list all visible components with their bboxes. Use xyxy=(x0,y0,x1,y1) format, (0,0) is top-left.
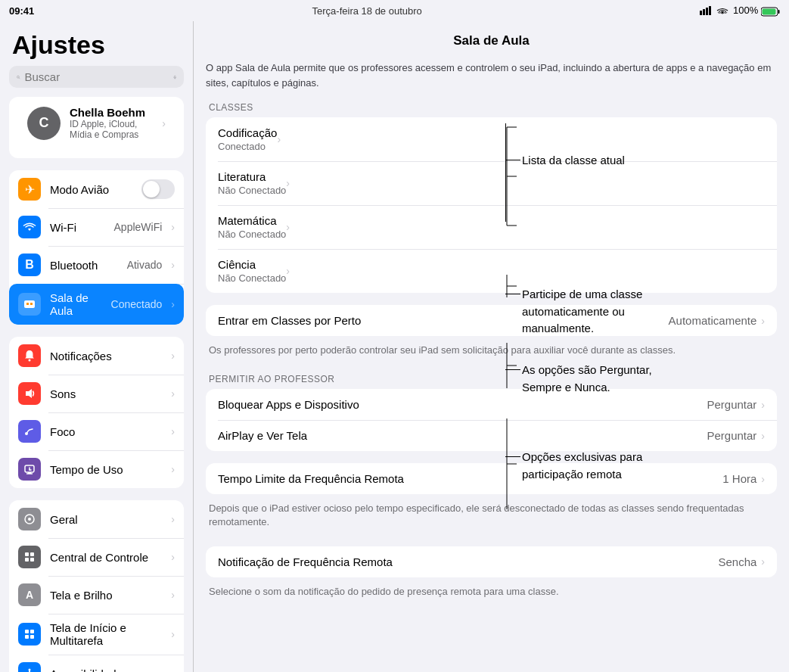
svg-rect-5 xyxy=(778,10,779,14)
classroom-value: Conectado xyxy=(111,298,163,310)
sidebar-item-label: Sons xyxy=(50,387,162,400)
chevron-icon: › xyxy=(761,430,765,442)
content-body: O app Sala de Aula permite que os profes… xyxy=(194,61,789,627)
sidebar-item-bluetooth[interactable]: B Bluetooth Ativado › xyxy=(9,246,184,284)
sidebar-item-label: Sala de Aula xyxy=(50,291,102,317)
class-status: Não Conectado xyxy=(218,185,286,196)
sidebar-item-label: Central de Controle xyxy=(50,551,162,564)
remote-time-note: Depois que o iPad estiver ocioso pelo te… xyxy=(206,497,777,534)
content-area: Sala de Aula O app Sala de Aula permite … xyxy=(193,21,789,672)
svg-rect-27 xyxy=(30,558,34,562)
chevron-icon: › xyxy=(277,133,281,145)
status-time: 09:41 xyxy=(9,5,34,17)
svg-rect-30 xyxy=(25,635,29,639)
svg-rect-6 xyxy=(762,8,775,14)
remote-time-label: Tempo Limite da Frequência Remota xyxy=(218,472,722,485)
general-icon xyxy=(18,508,41,530)
notification-value: Sencha xyxy=(718,555,756,568)
chevron-icon: › xyxy=(761,555,765,568)
notifications-icon xyxy=(18,344,41,367)
remote-notification-group: Notificação de Frequência Remota Sencha … xyxy=(206,546,777,577)
chevron-icon: › xyxy=(171,221,175,233)
battery-indicator: 100% xyxy=(733,5,780,16)
permit-row-airplay[interactable]: AirPlay e Ver Tela Perguntar › xyxy=(206,420,777,451)
chevron-icon: › xyxy=(286,221,290,233)
wifi-value: AppleWiFi xyxy=(114,221,163,233)
chevron-icon: › xyxy=(286,177,290,189)
sidebar-item-control-center[interactable]: Central de Controle › xyxy=(9,538,184,576)
remote-time-row[interactable]: Tempo Limite da Frequência Remota 1 Hora… xyxy=(206,463,777,494)
account-name: Chella Boehm xyxy=(70,106,153,119)
sidebar-item-airplane[interactable]: ✈ Modo Avião xyxy=(9,170,184,208)
chevron-icon: › xyxy=(761,399,765,411)
class-row-codificacao[interactable]: Codificação Conectado › xyxy=(206,117,777,161)
search-bar[interactable] xyxy=(9,66,184,88)
chevron-icon: › xyxy=(171,551,175,563)
mic-icon xyxy=(173,72,177,82)
svg-rect-1 xyxy=(703,9,705,15)
permit-group: Bloquear Apps e Dispositivo Perguntar › … xyxy=(206,389,777,451)
sidebar-item-label: Modo Avião xyxy=(50,183,132,196)
sidebar-item-screentime[interactable]: Tempo de Uso › xyxy=(9,450,184,488)
main-container: Ajustes C Chella Boehm xyxy=(0,21,789,672)
chevron-icon: › xyxy=(171,350,175,362)
sidebar-item-label: Notificações xyxy=(50,350,162,362)
search-input[interactable] xyxy=(25,70,169,83)
chevron-icon: › xyxy=(171,667,175,672)
class-status: Conectado xyxy=(218,141,277,152)
class-status: Não Conectado xyxy=(218,229,286,240)
sounds-icon xyxy=(18,382,41,405)
chevron-icon: › xyxy=(286,265,290,277)
sidebar-title: Ajustes xyxy=(0,21,193,66)
bluetooth-icon: B xyxy=(18,254,41,276)
join-value: Automaticamente xyxy=(669,314,757,327)
svg-rect-24 xyxy=(25,552,29,556)
svg-marker-15 xyxy=(26,389,32,398)
signal-icon xyxy=(700,6,712,15)
airplane-toggle[interactable] xyxy=(141,179,175,199)
permit-row-blockaps[interactable]: Bloquear Apps e Dispositivo Perguntar › xyxy=(206,389,777,420)
sidebar-item-sounds[interactable]: Sons › xyxy=(9,375,184,412)
homescreen-icon xyxy=(18,623,41,646)
accessibility-icon xyxy=(18,662,41,672)
status-date: Terça-feira 18 de outubro xyxy=(312,5,422,17)
bluetooth-value: Ativado xyxy=(127,259,163,271)
sidebar-item-classroom[interactable]: Sala de Aula Conectado › xyxy=(9,284,184,325)
svg-rect-9 xyxy=(174,76,176,78)
system-group: Geral › Central de Controle › xyxy=(9,500,184,672)
sidebar-item-notifications[interactable]: Notificações › xyxy=(9,337,184,375)
svg-rect-3 xyxy=(709,6,711,15)
sidebar-item-homescreen[interactable]: Tela de Início e Multitarefa › xyxy=(9,614,184,655)
svg-rect-12 xyxy=(26,303,29,305)
notifications-group: Notificações › Sons › xyxy=(9,337,184,488)
sidebar-item-focus[interactable]: Foco › xyxy=(9,412,184,450)
class-name: Codificação xyxy=(218,126,277,139)
remote-notification-row[interactable]: Notificação de Frequência Remota Sencha … xyxy=(206,546,777,577)
sidebar-item-label: Bluetooth xyxy=(50,259,118,272)
classes-section-label: CLASSES xyxy=(206,102,777,113)
class-row-literatura[interactable]: Literatura Não Conectado › xyxy=(206,161,777,205)
svg-rect-25 xyxy=(30,552,34,556)
svg-rect-29 xyxy=(30,630,34,633)
control-center-icon xyxy=(18,546,41,568)
svg-rect-28 xyxy=(25,630,29,633)
notification-label: Notificação de Frequência Remota xyxy=(218,555,718,568)
connectivity-section: ✈ Modo Avião Wi-Fi xyxy=(9,170,184,325)
sidebar-item-display[interactable]: A Tela e Brilho › xyxy=(9,576,184,614)
sidebar-item-accessibility[interactable]: Acessibilidade › xyxy=(9,655,184,672)
join-classes-row[interactable]: Entrar em Classes por Perto Automaticame… xyxy=(206,305,777,336)
svg-rect-0 xyxy=(700,11,702,15)
svg-rect-26 xyxy=(25,558,29,562)
chevron-icon: › xyxy=(171,513,175,525)
class-status: Não Conectado xyxy=(218,272,286,284)
account-row[interactable]: C Chella Boehm ID Apple, iCloud, Mídia e… xyxy=(18,97,175,149)
class-row-matematica[interactable]: Matemática Não Conectado › xyxy=(206,205,777,249)
airplane-icon: ✈ xyxy=(18,178,41,201)
class-row-ciencia[interactable]: Ciência Não Conectado › xyxy=(206,249,777,293)
sidebar-item-wifi[interactable]: Wi-Fi AppleWiFi › xyxy=(9,208,184,246)
sidebar-item-general[interactable]: Geral › xyxy=(9,500,184,538)
sidebar-item-label: Geral xyxy=(50,513,162,526)
notification-note: Selecione o som da notificação do pedido… xyxy=(206,580,777,603)
svg-rect-13 xyxy=(30,303,33,305)
permit-value: Perguntar xyxy=(707,429,756,442)
